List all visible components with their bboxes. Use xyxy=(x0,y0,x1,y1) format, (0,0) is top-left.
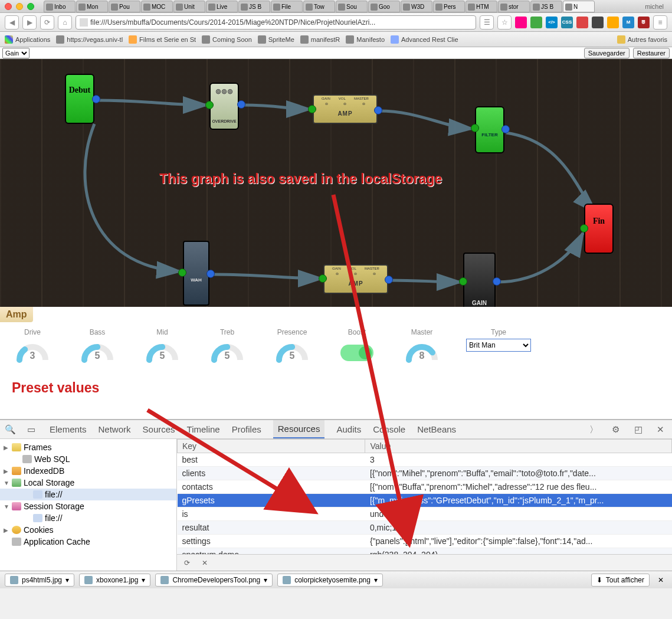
port-out[interactable] xyxy=(385,276,393,284)
device-icon[interactable]: ▭ xyxy=(27,424,38,435)
devtools-tab[interactable]: Sources xyxy=(143,421,175,438)
pedal-amp[interactable]: GAINVOLMASTER ⊚⊚⊚ AMP xyxy=(313,94,378,124)
ext-icon[interactable]: </> xyxy=(546,17,558,28)
browser-tab[interactable]: Tow xyxy=(303,1,335,12)
browser-tab[interactable]: Goo xyxy=(368,1,400,12)
browser-tab[interactable]: Mon xyxy=(76,1,108,12)
port-out[interactable] xyxy=(237,100,245,109)
reload-button[interactable]: ⟳ xyxy=(40,15,54,30)
download-item[interactable]: xboxone1.jpg▾ xyxy=(79,574,150,587)
ext-icon[interactable] xyxy=(592,17,604,28)
profile-name[interactable]: michel xyxy=(641,3,667,10)
maximize-icon[interactable] xyxy=(27,3,34,10)
tree-item[interactable]: file:// xyxy=(0,489,176,500)
devtools-tab[interactable]: Timeline xyxy=(187,421,220,438)
resources-tree[interactable]: ▶FramesWeb SQL▶IndexedDB▼Local Storagefi… xyxy=(0,439,177,571)
port-out[interactable] xyxy=(206,270,215,278)
forward-button[interactable]: ▶ xyxy=(22,15,37,30)
download-item[interactable]: ChromeDevelopersTool.png▾ xyxy=(155,574,273,587)
amp-knob[interactable]: Master 8 xyxy=(401,328,442,365)
devtools-tab[interactable]: NetBeans xyxy=(417,421,456,438)
port-out[interactable] xyxy=(92,95,100,103)
refresh-icon[interactable]: ⟳ xyxy=(184,559,190,567)
menu-icon[interactable]: ≡ xyxy=(653,15,667,30)
ext-icon[interactable] xyxy=(515,17,527,28)
ext-icon[interactable] xyxy=(607,17,619,28)
back-button[interactable]: ◀ xyxy=(5,15,19,30)
pedal-amp[interactable]: GAINVOLMASTER ⊚⊚⊚ AMP xyxy=(323,264,388,294)
tree-item[interactable]: ▼Local Storage xyxy=(0,477,176,489)
port-out[interactable] xyxy=(493,277,501,286)
port-in[interactable] xyxy=(319,274,327,283)
console-toggle-icon[interactable]: 〉_ xyxy=(589,424,600,435)
ext-icon[interactable]: M xyxy=(622,17,634,28)
chevron-down-icon[interactable]: ▾ xyxy=(264,576,267,584)
dock-icon[interactable]: ◰ xyxy=(634,424,645,435)
pedal-debut[interactable]: Debut xyxy=(65,74,94,124)
table-row[interactable]: best3 xyxy=(178,453,672,467)
delete-icon[interactable]: ✕ xyxy=(202,559,208,567)
table-row[interactable]: contacts[{"nom":"Buffa","prenom":"Michel… xyxy=(178,480,672,494)
browser-tab[interactable]: Unit xyxy=(173,1,205,12)
table-row[interactable]: gPresets[{"m_mainClass":"GPresetDebut","… xyxy=(178,494,672,507)
amp-type-select[interactable]: Brit Man xyxy=(466,339,531,352)
tree-item[interactable]: ▶Frames xyxy=(0,441,176,453)
tree-item[interactable]: Application Cache xyxy=(0,536,176,548)
pedal-fin[interactable]: Fin xyxy=(584,204,614,254)
chevron-down-icon[interactable]: ▾ xyxy=(374,576,378,584)
browser-tab[interactable]: Inbo xyxy=(44,1,76,12)
port-in[interactable] xyxy=(308,105,316,113)
tree-item[interactable]: ▼Session Storage xyxy=(0,500,176,512)
tree-item[interactable]: ▶IndexedDB xyxy=(0,465,176,477)
restore-button[interactable]: Restaurer xyxy=(633,48,670,58)
bookmark-item[interactable]: https://vegas.univ-tl xyxy=(56,35,123,44)
browser-tab[interactable]: HTM xyxy=(466,1,497,12)
browser-tab[interactable]: Pou xyxy=(109,1,140,12)
bookmark-item[interactable]: Manifesto xyxy=(346,35,385,44)
pedal-gain[interactable]: GAIN xyxy=(463,253,496,307)
devtools-tab[interactable]: Profiles xyxy=(232,421,261,438)
devtools-tab[interactable]: Network xyxy=(99,421,131,438)
chevron-down-icon[interactable]: ▾ xyxy=(65,576,69,584)
amp-knob[interactable]: Bass 5 xyxy=(77,328,118,365)
port-out[interactable] xyxy=(501,125,510,133)
other-bookmarks[interactable]: Autres favoris xyxy=(617,35,667,44)
browser-tab[interactable]: JS B xyxy=(530,1,562,12)
save-button[interactable]: Sauvegarder xyxy=(584,48,630,58)
bookmark-item[interactable]: SpriteMe xyxy=(258,35,294,44)
amp-knob[interactable]: Drive 3 xyxy=(12,328,53,365)
devtools-tab[interactable]: Console xyxy=(373,421,405,438)
apps-button[interactable]: Applications xyxy=(5,35,50,44)
browser-tab[interactable]: MOC xyxy=(141,1,173,12)
amp-knob[interactable]: Treb 5 xyxy=(206,328,248,365)
bookmark-item[interactable]: Advanced Rest Clie xyxy=(391,35,458,44)
devtools-tab[interactable]: Audits xyxy=(336,421,361,438)
ublock-icon[interactable]: ⛨ xyxy=(638,17,650,28)
tree-item[interactable]: Web SQL xyxy=(0,453,176,465)
column-value[interactable]: Value xyxy=(365,440,672,453)
close-icon[interactable]: ✕ xyxy=(654,576,667,584)
bookmark-item[interactable]: Films et Serie en St xyxy=(129,35,196,44)
bookmark-item[interactable]: Coming Soon xyxy=(202,35,252,44)
bookmark-star-icon[interactable]: ☆ xyxy=(497,15,512,30)
browser-tab[interactable]: stor xyxy=(498,1,530,12)
amp-knob[interactable]: Presence 5 xyxy=(271,328,313,365)
table-row[interactable]: settings{"panels":["html","live"],"edito… xyxy=(178,535,672,548)
browser-tab[interactable]: Live xyxy=(206,1,238,12)
devtools-tab[interactable]: Elements xyxy=(50,421,87,438)
show-all-downloads[interactable]: ⬇Tout afficher xyxy=(591,574,650,587)
column-key[interactable]: Key xyxy=(178,440,365,453)
reader-icon[interactable]: ☰ xyxy=(480,15,494,30)
ext-icon[interactable] xyxy=(530,17,542,28)
browser-tab[interactable]: JS B xyxy=(238,1,270,12)
download-item[interactable]: colorpicketyosemite.png▾ xyxy=(277,574,383,587)
pedal-filter[interactable]: FILTER xyxy=(475,106,504,153)
table-row[interactable]: spectrum.demorgb(238, 204, 204) xyxy=(178,548,672,555)
boost-toggle[interactable]: Boost xyxy=(336,328,378,361)
tree-item[interactable]: file:// xyxy=(0,512,176,524)
localstorage-table[interactable]: Key Value best3clients[{"nom":"Mihel","p… xyxy=(177,439,672,554)
search-icon[interactable]: 🔍 xyxy=(5,424,15,435)
ext-icon[interactable]: CSS xyxy=(561,17,573,28)
home-button[interactable]: ⌂ xyxy=(58,15,72,30)
gear-icon[interactable]: ⚙ xyxy=(612,424,622,435)
